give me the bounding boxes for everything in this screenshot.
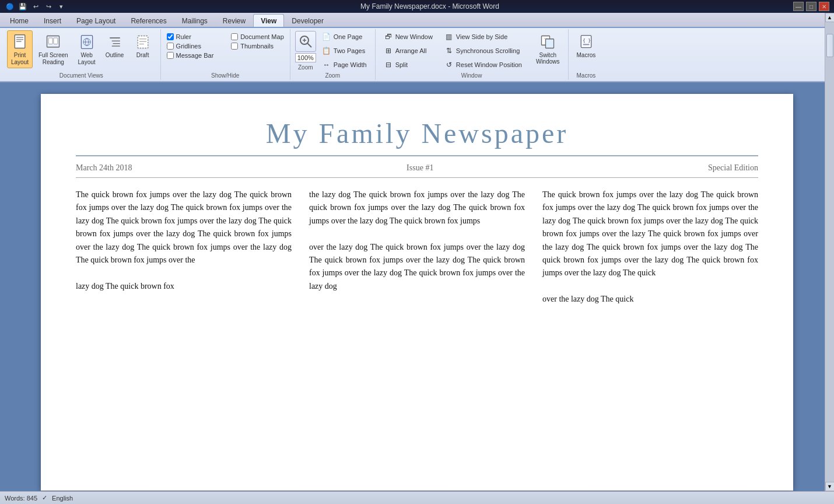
- svg-rect-5: [48, 38, 52, 44]
- tab-page-layout[interactable]: Page Layout: [69, 14, 123, 27]
- scroll-track[interactable]: [826, 22, 834, 482]
- ruler-check[interactable]: [167, 33, 174, 40]
- document-views-buttons: Print Layout Full Screen Reading: [7, 30, 156, 71]
- view-side-by-side-button[interactable]: ▥ View Side by Side: [441, 30, 525, 43]
- zoom-button[interactable]: [295, 31, 316, 52]
- split-icon: ⊟: [384, 60, 393, 69]
- new-window-icon: 🗗: [384, 32, 393, 41]
- gridlines-checkbox[interactable]: Gridlines: [166, 42, 221, 50]
- window-content: 🗗 New Window ⊞ Arrange All ⊟ Split ▥ Vie…: [380, 30, 563, 71]
- message-bar-checkbox[interactable]: Message Bar: [166, 51, 221, 60]
- page-width-button[interactable]: ↔ Page Width: [318, 58, 370, 71]
- macros-button[interactable]: { } Macros: [573, 30, 600, 61]
- thumbnails-checkbox[interactable]: Thumbnails: [230, 42, 285, 50]
- tab-developer[interactable]: Developer: [284, 14, 331, 27]
- svg-rect-15: [138, 36, 148, 48]
- word-count: Words: 845: [5, 495, 37, 502]
- outline-button[interactable]: Outline: [102, 30, 128, 61]
- zoom-label-group: Zoom: [325, 71, 340, 79]
- show-hide-content: Ruler Document Map Gridlines Thumbnails …: [166, 30, 285, 71]
- macros-icon: { }: [577, 33, 595, 51]
- newspaper-subline: March 24th 2018 Issue #1 Special Edition: [76, 163, 758, 178]
- ribbon-group-macros: { } Macros Macros: [569, 29, 604, 80]
- svg-rect-2: [16, 39, 23, 40]
- show-hide-label: Show/Hide: [211, 71, 239, 79]
- scroll-thumb[interactable]: [826, 34, 833, 57]
- column-1: The quick brown fox jumps over the lazy …: [76, 188, 292, 306]
- save-icon[interactable]: 💾: [17, 1, 28, 12]
- zoom-percentage[interactable]: 100%: [295, 53, 316, 62]
- full-screen-reading-button[interactable]: Full Screen Reading: [35, 30, 72, 68]
- svg-rect-6: [54, 38, 58, 44]
- synchronous-scrolling-button[interactable]: ⇅ Synchronous Scrolling: [441, 44, 525, 57]
- web-layout-button[interactable]: Web Layout: [74, 30, 100, 68]
- switch-windows-icon: [538, 33, 557, 51]
- one-page-button[interactable]: 📄 One Page: [318, 30, 370, 43]
- thumbnails-check[interactable]: [231, 43, 238, 50]
- scroll-down-arrow[interactable]: ▼: [825, 482, 835, 491]
- ribbon-group-window: 🗗 New Window ⊞ Arrange All ⊟ Split ▥ Vie…: [376, 29, 569, 80]
- svg-rect-3: [16, 41, 22, 42]
- ribbon-group-zoom: 100% Zoom 📄 One Page 📋 Two Pages ↔ Page …: [290, 29, 376, 80]
- tab-review[interactable]: Review: [215, 14, 253, 27]
- print-layout-button[interactable]: Print Layout: [7, 30, 33, 68]
- switch-windows-button[interactable]: Switch Windows: [532, 30, 563, 67]
- spell-check-icon: ✓: [42, 494, 47, 502]
- zoom-label: Zoom: [298, 64, 313, 71]
- scroll-up-arrow[interactable]: ▲: [825, 13, 835, 22]
- tab-insert[interactable]: Insert: [36, 14, 69, 27]
- title-bar-left: 🔵 💾 ↩ ↪ ▾: [5, 1, 66, 12]
- document-map-checkbox[interactable]: Document Map: [230, 33, 285, 41]
- new-window-button[interactable]: 🗗 New Window: [380, 30, 436, 43]
- maximize-button[interactable]: □: [806, 2, 817, 11]
- zoom-pages-group: 📄 One Page 📋 Two Pages ↔ Page Width: [318, 30, 370, 71]
- message-bar-check[interactable]: [167, 52, 174, 59]
- two-pages-button[interactable]: 📋 Two Pages: [318, 44, 370, 57]
- page-width-icon: ↔: [322, 60, 331, 69]
- ruler-checkbox[interactable]: Ruler: [166, 33, 221, 41]
- ribbon: Print Layout Full Screen Reading: [0, 28, 834, 82]
- tab-mailings[interactable]: Mailings: [174, 14, 215, 27]
- dropdown-icon[interactable]: ▾: [56, 1, 66, 12]
- reset-window-icon: ↺: [444, 60, 454, 69]
- document-area: My Family Newspaper March 24th 2018 Issu…: [0, 82, 834, 491]
- undo-icon[interactable]: ↩: [30, 1, 41, 12]
- tab-references[interactable]: References: [123, 14, 174, 27]
- window-label: Window: [461, 71, 482, 79]
- ribbon-group-show-hide: Ruler Document Map Gridlines Thumbnails …: [161, 29, 290, 80]
- newspaper-title: My Family Newspaper: [76, 117, 758, 156]
- two-pages-icon: 📋: [322, 46, 331, 55]
- window-btns-left: 🗗 New Window ⊞ Arrange All ⊟ Split: [380, 30, 436, 71]
- draft-button[interactable]: Draft: [130, 30, 156, 61]
- split-button[interactable]: ⊟ Split: [380, 58, 436, 71]
- print-layout-label: Print Layout: [11, 52, 29, 66]
- print-layout-icon: [10, 33, 29, 51]
- full-screen-label: Full Screen Reading: [38, 52, 68, 66]
- close-button[interactable]: ✕: [819, 2, 829, 11]
- document-page: My Family Newspaper March 24th 2018 Issu…: [41, 94, 793, 491]
- side-by-side-icon: ▥: [444, 32, 454, 41]
- full-screen-icon: [44, 33, 62, 51]
- one-page-icon: 📄: [322, 32, 331, 41]
- newspaper-columns: The quick brown fox jumps over the lazy …: [76, 188, 758, 306]
- scrollbar-right[interactable]: ▲ ▼: [825, 13, 834, 491]
- title-bar: 🔵 💾 ↩ ↪ ▾ My Family Newspaper.docx - Mic…: [0, 0, 834, 13]
- document-map-check[interactable]: [231, 33, 238, 40]
- outline-icon: [106, 33, 124, 51]
- gridlines-check[interactable]: [167, 43, 174, 50]
- minimize-button[interactable]: —: [793, 2, 804, 11]
- macros-content: { } Macros: [573, 30, 600, 71]
- macros-group-label: Macros: [577, 71, 596, 79]
- macros-label: Macros: [577, 52, 596, 58]
- svg-text:{ }: { }: [583, 38, 591, 43]
- word-logo: 🔵: [5, 1, 15, 12]
- redo-icon[interactable]: ↪: [43, 1, 54, 12]
- switch-windows-label: Switch Windows: [536, 52, 560, 65]
- reset-window-button[interactable]: ↺ Reset Window Position: [441, 58, 525, 71]
- web-layout-icon: [78, 33, 96, 51]
- tab-home[interactable]: Home: [2, 14, 36, 27]
- zoom-content: 100% Zoom 📄 One Page 📋 Two Pages ↔ Page …: [295, 30, 370, 71]
- column-2: the lazy dog The quick brown fox jumps o…: [309, 188, 525, 306]
- arrange-all-button[interactable]: ⊞ Arrange All: [380, 44, 436, 57]
- tab-view[interactable]: View: [253, 14, 284, 27]
